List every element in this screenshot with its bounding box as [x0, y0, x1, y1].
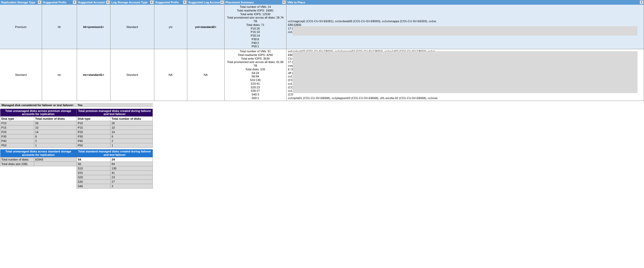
disk-cell: 26 — [110, 121, 153, 126]
disk-row: P501P501 — [0, 143, 153, 148]
vm-line: co1nprts01 (CO1-CU-SV-EB008), co1plappsm… — [288, 96, 642, 100]
header-label: Suggested Prefix — [43, 1, 67, 4]
disk-cell: S30 — [77, 179, 110, 184]
std-left-label: Total number of disks — [0, 157, 34, 162]
filter-dropdown-icon[interactable]: ▼ — [220, 0, 224, 4]
cell-account: xtc<standard1> — [77, 49, 110, 101]
subhdr: Total number of disks — [110, 117, 153, 121]
disk-cell: P40 — [77, 139, 110, 143]
disk-row: P1510P1510 — [0, 126, 153, 130]
standard-left-title: Total unmanaged disks across standard st… — [0, 149, 77, 157]
std-left-label: Total disks size (GB) — [0, 162, 34, 166]
disk-cell: 27 — [110, 179, 153, 184]
cell-rep-type: Standard — [0, 49, 42, 101]
premium-right-title: Total premium managed disks created duri… — [77, 109, 153, 117]
disk-cell: P10 — [77, 121, 110, 126]
col-placement-summary[interactable]: Placement Summary▼ — [224, 0, 286, 5]
cell-vms-to-place: co1magicsql1 (CO1-CU-SV-EE001), co1ecitw… — [286, 5, 644, 49]
col-vms-to-place[interactable]: VMs to Place▼ — [286, 0, 644, 5]
col-suggested-log-account-name[interactable]: Suggested Log Account Name▼ — [187, 0, 224, 5]
subhdr: Disk type — [77, 117, 110, 121]
disk-cell: 2 — [34, 139, 77, 143]
filter-dropdown-icon[interactable]: ▼ — [640, 0, 643, 4]
disk-row: P308P308 — [0, 134, 153, 139]
vm-line: (CO — [288, 93, 642, 96]
disk-cell: 14 — [110, 130, 153, 134]
redacted-region — [293, 51, 637, 93]
disk-row: S10130 — [0, 166, 153, 170]
disk-cell: 1 — [34, 143, 77, 148]
col-replication-storage-type[interactable]: Replication Storage Type▼ — [0, 0, 42, 5]
header-label: Suggested Prefix — [155, 1, 179, 4]
header-label: VMs to Place — [288, 1, 305, 4]
disk-cell: 8 — [34, 134, 77, 139]
subhdr: Disk type — [0, 117, 34, 121]
cell-prefix2: NA — [154, 49, 187, 101]
disk-cell: S40 — [77, 184, 110, 188]
disk-cell: P20 — [77, 130, 110, 134]
std-right-disk: S6 — [77, 162, 110, 166]
disk-cell: 26 — [34, 121, 77, 126]
managed-disk-value: Yes — [77, 103, 153, 107]
cell-log-type: Standard — [110, 5, 154, 49]
managed-disk-row: Managed disk considered for failover or … — [0, 103, 644, 107]
disk-cell: S10 — [77, 166, 110, 170]
col-suggested-prefix[interactable]: Suggested Prefix▼ — [42, 0, 77, 5]
header-label: Suggested Account Name — [78, 1, 110, 4]
premium-disks-section: Total unmanaged disks across premium sto… — [0, 109, 644, 148]
cell-vms-to-place: co1ecitwsb07 (CO1-CU-SV-EB004), co1nlapp… — [286, 49, 644, 101]
disk-row: S3027 — [0, 179, 153, 184]
disk-row: P2014P2014 — [0, 130, 153, 134]
filter-dropdown-icon[interactable]: ▼ — [282, 0, 286, 4]
disk-row: P1026P1026 — [0, 121, 153, 126]
cell-placement-summary: Total number of VMs: 14 Total read/write… — [224, 5, 286, 49]
cell-log-type: Standard — [110, 49, 154, 101]
disk-cell: 1 — [110, 143, 153, 148]
std-left-value: 82943 — [34, 157, 77, 162]
filter-dropdown-icon[interactable]: ▼ — [106, 0, 110, 4]
std-left-value — [34, 162, 77, 166]
cell-account: hlr<premium1> — [77, 5, 110, 49]
std-right-sub1: S4 — [77, 157, 110, 162]
disk-row: S1541 — [0, 170, 153, 175]
std-right-count: 84 — [110, 162, 153, 166]
filter-dropdown-icon[interactable]: ▼ — [73, 0, 77, 4]
disk-row: P402P402 — [0, 139, 153, 143]
disk-cell: 8 — [110, 134, 153, 139]
header-label: Log Storage Account Type — [112, 1, 148, 4]
col-log-storage-account-type[interactable]: Log Storage Account Type▼ — [110, 0, 154, 5]
disk-cell: P10 — [0, 121, 34, 126]
storage-placement-table: Replication Storage Type▼ Suggested Pref… — [0, 0, 644, 101]
filter-dropdown-icon[interactable]: ▼ — [183, 0, 187, 4]
cell-log-account: yni<standard2> — [187, 5, 224, 49]
col-suggested-account-name[interactable]: Suggested Account Name▼ — [77, 0, 110, 5]
cell-prefix: xtc — [42, 49, 77, 101]
redacted-region — [293, 26, 637, 36]
standard-right-title: Total standard managed disks created dur… — [77, 149, 153, 157]
cell-placement-summary: Total number of VMs: 91 Total read/write… — [224, 49, 286, 101]
filter-dropdown-icon[interactable]: ▼ — [38, 0, 42, 4]
disk-cell: S15 — [77, 170, 110, 175]
vm-line: co1magicsql1 (CO1-CU-SV-EE001), co1ecitw… — [288, 20, 642, 23]
disk-cell: P15 — [77, 126, 110, 130]
disk-cell: 41 — [110, 170, 153, 175]
disk-cell: P40 — [0, 139, 34, 143]
header-label: Placement Summary — [226, 1, 254, 4]
disk-cell: 10 — [110, 126, 153, 130]
disk-row: S403 — [0, 184, 153, 188]
disk-cell: 10 — [34, 126, 77, 130]
disk-cell: P30 — [0, 134, 34, 139]
disk-cell: P50 — [77, 143, 110, 148]
header-label: Suggested Log Account Name — [188, 1, 225, 4]
premium-left-title: Total unmanaged disks across premium sto… — [0, 109, 77, 117]
disk-cell: P20 — [0, 130, 34, 134]
standard-disks-section: Total unmanaged disks across standard st… — [0, 149, 644, 189]
table-row: Premium hlr hlr<premium1> Standard yni y… — [0, 5, 644, 49]
filter-dropdown-icon[interactable]: ▼ — [150, 0, 154, 4]
subhdr: Total number of disks — [34, 117, 77, 121]
header-label: Replication Storage Type — [1, 1, 35, 4]
table-header-row: Replication Storage Type▼ Suggested Pref… — [0, 0, 644, 5]
disk-cell: 2 — [110, 139, 153, 143]
col-suggested-prefix-2[interactable]: Suggested Prefix▼ — [154, 0, 187, 5]
cell-prefix: hlr — [42, 5, 77, 49]
